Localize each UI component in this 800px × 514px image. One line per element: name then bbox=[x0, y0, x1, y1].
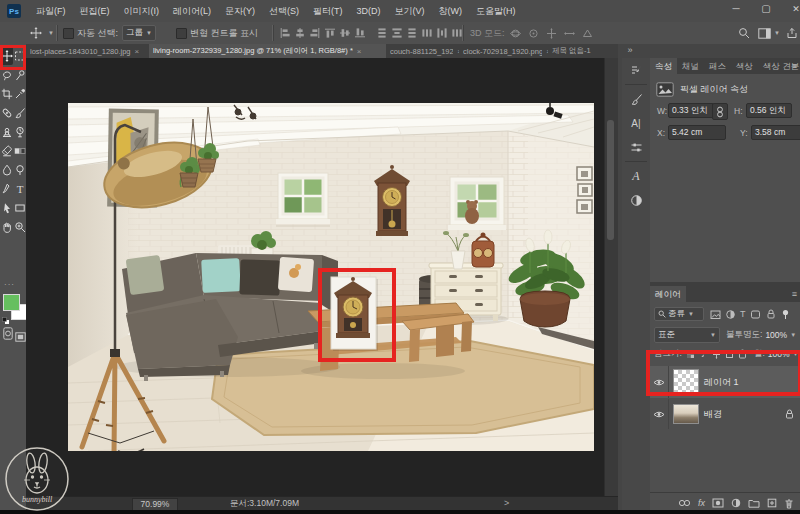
3d-orbit-icon[interactable] bbox=[510, 28, 521, 39]
tab-untitled[interactable]: 제목 없음-1 bbox=[548, 44, 621, 58]
minimize-button[interactable]: ─ bbox=[722, 0, 750, 20]
zoom-tool[interactable] bbox=[13, 217, 26, 236]
brush-settings-panel-icon[interactable] bbox=[622, 58, 650, 82]
opacity-caret[interactable]: ▼ bbox=[790, 332, 796, 338]
canvas-scrollbar-thumb[interactable] bbox=[607, 120, 614, 240]
rectangle-shape-tool[interactable] bbox=[13, 198, 26, 217]
align-top-icon[interactable] bbox=[325, 28, 335, 38]
menu-window[interactable]: 창(W) bbox=[432, 0, 470, 22]
align-right-icon[interactable] bbox=[310, 28, 320, 38]
photoshop-logo-icon[interactable]: Ps bbox=[7, 4, 21, 18]
spot-healing-brush-tool[interactable] bbox=[0, 103, 13, 122]
edit-toolbar-dots[interactable]: ··· bbox=[4, 280, 15, 289]
workspace-switcher[interactable]: ▼ bbox=[758, 22, 780, 44]
type-tool[interactable]: T bbox=[13, 179, 26, 198]
history-brush-tool[interactable] bbox=[13, 122, 26, 141]
tab-living-room[interactable]: living-room-2732939_1280.jpg @ 71% (레이어 … bbox=[149, 44, 394, 58]
layer-style-fx-icon[interactable]: fx bbox=[698, 498, 705, 508]
new-layer-icon[interactable] bbox=[767, 498, 777, 508]
eyedropper-tool[interactable] bbox=[13, 84, 26, 103]
distribute-bottom-icon[interactable] bbox=[407, 28, 417, 38]
path-selection-tool[interactable] bbox=[0, 198, 13, 217]
menu-view[interactable]: 보기(V) bbox=[388, 0, 432, 22]
3d-zoom-icon[interactable] bbox=[582, 28, 593, 39]
layer-row-background[interactable]: 배경 bbox=[650, 399, 800, 429]
close-button[interactable]: ✕ bbox=[782, 0, 800, 20]
menu-edit[interactable]: 편집(E) bbox=[73, 0, 117, 22]
opacity-value[interactable]: 100% bbox=[765, 330, 787, 340]
distribute-center-v-icon[interactable] bbox=[392, 28, 402, 38]
layer-thumbnail-photo[interactable] bbox=[673, 404, 699, 424]
add-mask-icon[interactable] bbox=[712, 498, 724, 508]
tab-lost-places[interactable]: lost-places-1843010_1280.jpg× bbox=[26, 44, 157, 58]
layer-name[interactable]: 배경 bbox=[704, 408, 722, 421]
menu-help[interactable]: 도움말(H) bbox=[469, 0, 523, 22]
tab-couch[interactable]: couch-881125_1920.jpg× bbox=[386, 44, 467, 58]
link-dimensions-icon[interactable] bbox=[712, 103, 728, 120]
filter-adjustment-icon[interactable] bbox=[725, 309, 736, 320]
properties-panel-menu-icon[interactable]: ≡ bbox=[792, 61, 797, 71]
clone-stamp-tool[interactable] bbox=[0, 122, 13, 141]
3d-pan-icon[interactable] bbox=[546, 28, 557, 39]
blend-mode-dropdown[interactable]: 표준▼ bbox=[654, 327, 720, 343]
brush-panel-icon[interactable] bbox=[622, 87, 650, 111]
brush-tool[interactable] bbox=[13, 103, 26, 122]
x-field[interactable]: 5.42 cm bbox=[668, 125, 726, 140]
pen-tool[interactable] bbox=[0, 179, 13, 198]
filter-image-icon[interactable] bbox=[710, 309, 721, 320]
filter-smart-object-icon[interactable] bbox=[765, 309, 776, 320]
auto-select-dropdown[interactable]: 그룹▼ bbox=[122, 22, 156, 44]
visibility-eye-icon[interactable] bbox=[650, 399, 669, 429]
width-field[interactable]: 0.33 인치 bbox=[668, 103, 714, 118]
hand-tool[interactable] bbox=[0, 217, 13, 236]
gradient-tool[interactable] bbox=[13, 141, 26, 160]
filter-shape-icon[interactable] bbox=[750, 309, 761, 320]
align-center-v-icon[interactable] bbox=[340, 28, 350, 38]
status-expander-chevron[interactable]: > bbox=[504, 498, 509, 508]
filter-type-icon[interactable]: T bbox=[740, 309, 746, 319]
height-field[interactable]: 0.56 인치 bbox=[746, 103, 792, 118]
tab-close-icon[interactable]: × bbox=[357, 47, 362, 56]
search-icon[interactable] bbox=[738, 22, 750, 44]
foreground-color-swatch[interactable] bbox=[3, 294, 20, 311]
transform-controls-checkbox[interactable] bbox=[176, 22, 187, 44]
share-icon[interactable] bbox=[786, 22, 798, 44]
auto-select-checkbox[interactable] bbox=[63, 22, 74, 44]
menu-select[interactable]: 선택(S) bbox=[262, 0, 306, 22]
align-center-h-icon[interactable] bbox=[295, 28, 305, 38]
filter-pin-icon[interactable] bbox=[781, 309, 790, 320]
quick-mask-icon[interactable] bbox=[3, 326, 13, 344]
menu-3d[interactable]: 3D(D) bbox=[350, 0, 388, 22]
maximize-button[interactable]: ▢ bbox=[752, 0, 780, 20]
character-panel-icon[interactable]: A| bbox=[622, 111, 650, 135]
new-adjustment-icon[interactable] bbox=[731, 498, 741, 508]
menu-file[interactable]: 파일(F) bbox=[29, 0, 73, 22]
blur-tool[interactable] bbox=[0, 160, 13, 179]
menu-filter[interactable]: 필터(T) bbox=[306, 0, 350, 22]
tab-close-icon[interactable]: × bbox=[135, 47, 140, 56]
dock-collapse-chevron[interactable]: » bbox=[620, 45, 640, 57]
align-left-icon[interactable] bbox=[280, 28, 290, 38]
3d-slide-icon[interactable] bbox=[564, 28, 575, 39]
tab-color[interactable]: 색상 bbox=[731, 58, 758, 74]
adjust-sliders-panel-icon[interactable] bbox=[622, 135, 650, 159]
new-group-folder-icon[interactable] bbox=[748, 498, 760, 508]
link-layers-icon[interactable] bbox=[678, 498, 691, 508]
screen-mode-icon[interactable] bbox=[15, 328, 26, 346]
crop-tool[interactable] bbox=[0, 84, 13, 103]
tab-properties[interactable]: 속성 bbox=[650, 58, 677, 74]
tab-paths[interactable]: 패스 bbox=[704, 58, 731, 74]
menu-layer[interactable]: 레이어(L) bbox=[166, 0, 218, 22]
delete-layer-trash-icon[interactable] bbox=[784, 498, 794, 509]
tab-layers[interactable]: 레이어 bbox=[650, 286, 686, 302]
distribute-center-h-icon[interactable] bbox=[437, 28, 447, 38]
distribute-right-icon[interactable] bbox=[452, 28, 462, 38]
tab-clock[interactable]: clock-702918_1920.png× bbox=[459, 44, 556, 58]
menu-type[interactable]: 문자(Y) bbox=[218, 0, 262, 22]
3d-roll-icon[interactable] bbox=[528, 28, 539, 39]
adjustments-panel-icon[interactable] bbox=[622, 188, 650, 212]
tool-preset-caret[interactable]: ▼ bbox=[48, 22, 54, 44]
dodge-tool[interactable] bbox=[13, 160, 26, 179]
distribute-left-icon[interactable] bbox=[422, 28, 432, 38]
y-field[interactable]: 3.58 cm bbox=[751, 125, 800, 140]
